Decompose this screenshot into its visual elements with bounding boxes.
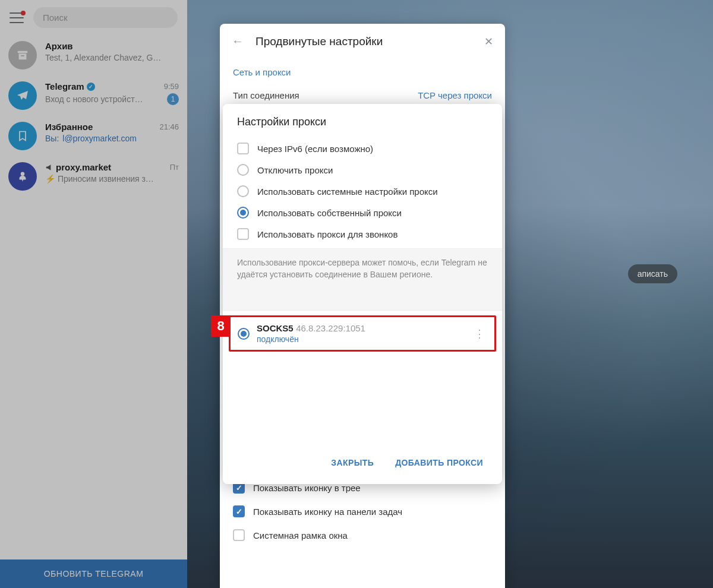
update-telegram-button[interactable]: ОБНОВИТЬ TELEGRAM <box>0 559 187 588</box>
bookmark-icon <box>8 122 37 150</box>
option-label: Использовать системные настройки прокси <box>257 186 438 197</box>
proxy-status: подключён <box>257 334 465 344</box>
proxy-help-text: Использование прокси-сервера может помоч… <box>223 248 502 311</box>
chat-message: Вход с нового устройст… 1 <box>45 93 179 105</box>
chat-item-archive[interactable]: Архив Test, 1, Alexander Chavez, G… <box>0 35 187 75</box>
add-proxy-button[interactable]: ДОБАВИТЬ ПРОКСИ <box>387 452 491 473</box>
menu-button[interactable] <box>10 12 24 23</box>
back-button[interactable]: ← <box>232 34 244 48</box>
option-proxy-calls[interactable]: Использовать прокси для звонков <box>237 223 488 245</box>
dialog-actions: ЗАКРЫТЬ ДОБАВИТЬ ПРОКСИ <box>223 444 502 484</box>
radio-icon <box>238 328 250 340</box>
svg-rect-0 <box>18 51 28 53</box>
chat-name: Избранное <box>45 122 93 132</box>
option-disable-proxy[interactable]: Отключить прокси <box>237 159 488 181</box>
proxy-address: 46.8.23.229:1051 <box>296 323 365 333</box>
svg-rect-2 <box>21 55 24 56</box>
channel-avatar <box>8 162 37 191</box>
option-label: Через IPv6 (если возможно) <box>257 144 373 154</box>
chat-item-telegram[interactable]: Telegram 9:59 Вход с нового устройст… 1 <box>0 75 187 116</box>
sidebar: Поиск Архив Test, 1, Alexander Chavez, G… <box>0 0 187 588</box>
panel-title: Продвинутые настройки <box>255 35 472 48</box>
proxy-protocol: SOCKS5 <box>257 323 294 333</box>
dialog-title: Настройки прокси <box>223 104 502 138</box>
chat-name: Архив <box>45 41 73 51</box>
chat-message: ⚡ Приносим извинения з… <box>45 174 179 184</box>
chat-name: Telegram <box>45 81 95 91</box>
chat-message: Test, 1, Alexander Chavez, G… <box>45 53 179 62</box>
chat-message: Вы: l@proxymarket.com <box>45 134 179 143</box>
more-icon[interactable]: ⋮ <box>472 327 487 340</box>
system-frame-option[interactable]: Системная рамка окна <box>220 523 505 547</box>
proxy-entry[interactable]: 8 SOCKS5 46.8.23.229:1051 подключён ⋮ <box>229 315 496 352</box>
telegram-icon <box>8 81 37 110</box>
option-label: Показывать иконку на панели задач <box>253 507 402 517</box>
close-button[interactable]: ЗАКРЫТЬ <box>323 452 382 473</box>
option-label: Показывать иконку в трее <box>253 483 361 493</box>
proxy-options: Через IPv6 (если возможно) Отключить про… <box>223 138 502 248</box>
archive-icon <box>8 41 37 69</box>
notification-dot <box>21 11 26 15</box>
proxy-info: SOCKS5 46.8.23.229:1051 подключён <box>257 323 465 344</box>
checkbox-icon <box>233 505 245 517</box>
checkbox-icon <box>233 529 245 541</box>
row-value: TCP через прокси <box>418 90 492 100</box>
row-label: Тип соединения <box>233 90 299 100</box>
sidebar-header: Поиск <box>0 0 187 35</box>
megaphone-icon <box>45 163 53 172</box>
chat-list: Архив Test, 1, Alexander Chavez, G… Tele… <box>0 35 187 559</box>
option-ipv6[interactable]: Через IPv6 (если возможно) <box>237 138 488 159</box>
taskbar-icon-option[interactable]: Показывать иконку на панели задач <box>220 500 505 523</box>
proxy-list: 8 SOCKS5 46.8.23.229:1051 подключён ⋮ <box>223 311 502 356</box>
chat-time: 9:59 <box>164 82 179 91</box>
option-label: Отключить прокси <box>257 165 333 175</box>
write-button[interactable]: аписать <box>628 264 677 283</box>
option-label: Использовать собственный прокси <box>257 208 402 218</box>
step-badge: 8 <box>211 315 231 337</box>
svg-rect-1 <box>19 53 27 59</box>
radio-icon <box>237 164 249 176</box>
option-label: Использовать прокси для звонков <box>257 229 397 239</box>
verified-icon <box>87 83 95 91</box>
chat-name: proxy.market <box>45 162 111 172</box>
radio-icon <box>237 185 249 197</box>
search-input[interactable]: Поиск <box>33 7 178 28</box>
option-system-proxy[interactable]: Использовать системные настройки прокси <box>237 181 488 202</box>
option-custom-proxy[interactable]: Использовать собственный прокси <box>237 202 488 223</box>
svg-point-3 <box>21 172 25 176</box>
chat-item-proxy-market[interactable]: proxy.market Пт ⚡ Приносим извинения з… <box>0 156 187 197</box>
chat-item-saved[interactable]: Избранное 21:46 Вы: l@proxymarket.com <box>0 116 187 156</box>
close-button[interactable]: ✕ <box>484 35 493 48</box>
option-label: Системная рамка окна <box>253 530 348 540</box>
radio-icon <box>237 207 249 219</box>
chat-time: Пт <box>170 163 179 172</box>
chat-time: 21:46 <box>159 122 179 131</box>
unread-badge: 1 <box>167 93 179 105</box>
proxy-settings-dialog: Настройки прокси Через IPv6 (если возмож… <box>223 104 502 484</box>
checkbox-icon <box>237 228 249 240</box>
section-label-network: Сеть и прокси <box>220 59 505 83</box>
checkbox-icon <box>237 143 249 154</box>
